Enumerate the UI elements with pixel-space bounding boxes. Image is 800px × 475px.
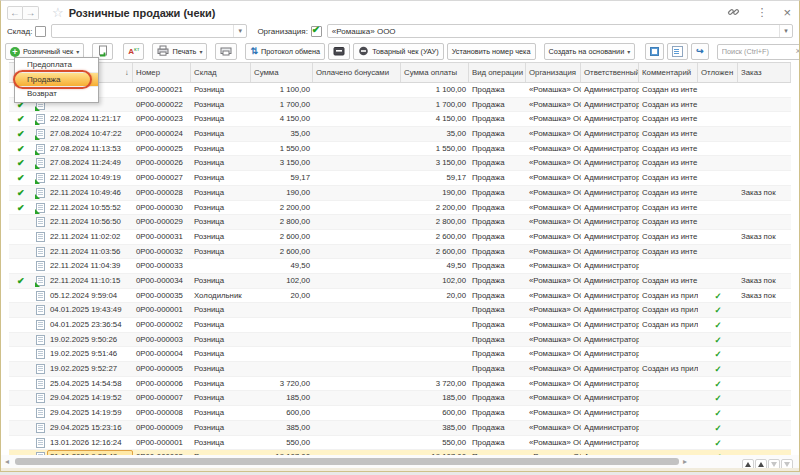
cell-bonus (313, 274, 401, 288)
column-header-def[interactable]: Отложен (698, 63, 738, 82)
scrollbar-thumb[interactable] (15, 458, 679, 465)
menu-item-sale[interactable]: Продажа (15, 73, 98, 88)
column-header-resp[interactable]: Ответственный (581, 63, 639, 82)
forward-document-button[interactable]: ↪ (691, 43, 709, 60)
org-checkbox[interactable]: ✔ (311, 26, 322, 37)
search-clear-icon[interactable]: × (796, 47, 800, 56)
cell-pay: 35,00 (401, 127, 469, 141)
column-header-sum[interactable]: Сумма (251, 63, 313, 82)
forward-button[interactable]: → (23, 6, 39, 20)
table-row[interactable]: 22.11.2024 11:02:020P00-000031Розница2 6… (9, 230, 791, 245)
cell-wh: Розница (191, 171, 251, 185)
cell-sum: 1 700,00 (251, 98, 313, 112)
table-row[interactable]: ✔27.08.2024 11:24:490P00-000026Розница3 … (9, 156, 791, 171)
column-header-order[interactable]: Заказ (738, 63, 791, 82)
menu-item-return[interactable]: Возврат (15, 87, 98, 102)
close-icon[interactable]: × (783, 7, 791, 18)
table-row[interactable]: 19.02.2025 9:50:260P00-000003РозницаПрод… (9, 333, 791, 348)
cell-wh: Розница (191, 436, 251, 450)
column-header-org[interactable]: Организация (526, 63, 581, 82)
document-icon (36, 408, 45, 418)
favorite-star-icon[interactable]: ☆ (52, 6, 64, 19)
table-row[interactable]: ✔22.08.2024 11:21:170P00-000023Розница4 … (9, 112, 791, 127)
table-row[interactable]: ✔27.08.2024 11:13:530P00-000025Розница1 … (9, 142, 791, 157)
column-header-comment[interactable]: Комментарий (639, 63, 698, 82)
warehouse-combo[interactable]: ▾ (51, 24, 247, 38)
cell-pay: 102,00 (401, 274, 469, 288)
related-documents-button[interactable] (645, 43, 664, 60)
kkt-receipt-button[interactable]: Акт (123, 43, 144, 60)
cell-order: Заказ пок (738, 230, 791, 244)
table-row[interactable]: 05.12.2024 9:59:040P00-000035Холодильник… (9, 289, 791, 304)
cell-op: Продажа (469, 142, 526, 156)
cell-def: ✓ (698, 333, 738, 347)
table-row[interactable]: ✔22.11.2024 10:49:190P00-000027Розница59… (9, 171, 791, 186)
table-row[interactable]: 04.01.2025 19:43:490P00-000001РозницаПро… (9, 303, 791, 318)
print-menu-button[interactable]: Печать ▾ (152, 43, 207, 60)
column-header-bonus[interactable]: Оплачено бонусами (313, 63, 401, 82)
cell-comment: Создан из прил… (639, 303, 698, 317)
menu-item-prepayment[interactable]: Предоплата (15, 58, 98, 73)
table-row[interactable]: 22.11.2024 11:03:560P00-000032Розница2 6… (9, 245, 791, 260)
table-row[interactable]: ✔22.11.2024 10:55:520P00-000030Розница2 … (9, 201, 791, 216)
chevron-down-icon[interactable]: ▾ (779, 25, 792, 37)
back-button[interactable]: ← (7, 6, 23, 20)
cell-num: 0P00-000002 (133, 318, 191, 332)
cell-op: Продажа (469, 83, 526, 97)
cell-def: ✓ (698, 406, 738, 420)
report-button[interactable] (667, 43, 688, 60)
cell-icon (30, 186, 47, 200)
cell-status (9, 421, 30, 435)
cell-order (738, 245, 791, 259)
quick-print-button[interactable] (215, 43, 237, 60)
table-row[interactable]: 29.04.2025 15:23:160P00-000009Розница385… (9, 421, 791, 436)
cell-pay: 2 800,00 (401, 215, 469, 229)
warehouse-checkbox[interactable] (35, 26, 46, 37)
column-header-num[interactable]: Номер (133, 63, 191, 82)
scroll-left-icon[interactable]: ◂ (1, 457, 13, 466)
column-header-wh[interactable]: Склад (191, 63, 251, 82)
goods-receipt-button[interactable]: Товарный чек (УАУ) (353, 43, 444, 60)
column-header-op[interactable]: Вид операции (469, 63, 526, 82)
table-row[interactable]: ✔22.11.2024 10:49:460P00-000028Розница19… (9, 186, 791, 201)
table-row[interactable]: ✔0P00-000021Розница1 100,001 100,00Прода… (9, 83, 791, 98)
table-row[interactable]: ✔27.08.2024 10:47:220P00-000024Розница35… (9, 127, 791, 142)
table-row[interactable]: 04.01.2025 23:36:540P00-000002РозницаПро… (9, 318, 791, 333)
table-row[interactable]: 29.04.2025 14:19:520P00-000007Розница185… (9, 391, 791, 406)
document-icon (36, 247, 45, 257)
table-row[interactable]: 19.02.2025 9:52:270P00-000005РозницаПрод… (9, 362, 791, 377)
cell-wh: Розница (191, 421, 251, 435)
scroll-right-icon[interactable]: ▸ (679, 457, 691, 466)
create-from-button[interactable]: Создать на основании ▾ (544, 43, 636, 60)
cell-comment: Создан из прил… (639, 289, 698, 303)
table-row[interactable]: 13.01.2026 12:16:240P00-000001Розница550… (9, 436, 791, 451)
cell-order (738, 156, 791, 170)
cell-org: «Ромашка» ООО (526, 421, 581, 435)
cell-bonus (313, 142, 401, 156)
posted-check-icon: ✔ (17, 276, 25, 286)
cell-resp: Администратор (581, 362, 639, 376)
cash-drawer-button[interactable] (328, 43, 350, 60)
org-combo[interactable]: «Ромашка» ООО ▾ (327, 24, 793, 38)
set-receipt-number-button[interactable]: Установить номер чека (447, 43, 536, 60)
table-row[interactable]: ✔22.11.2024 11:10:150P00-000034Розница10… (9, 274, 791, 289)
cell-date: 22.11.2024 11:04:39 (47, 259, 133, 273)
table-row[interactable]: 25.04.2025 14:54:580P00-000006Розница3 7… (9, 377, 791, 392)
cell-date: 19.02.2025 9:50:26 (47, 333, 133, 347)
table-row[interactable]: 19.02.2025 9:51:460P00-000004РозницаПрод… (9, 347, 791, 362)
cell-comment (639, 391, 698, 405)
exchange-protocol-button[interactable]: ⇅ Протокол обмена (245, 43, 325, 60)
table-row[interactable]: 22.11.2024 10:56:500P00-000029Розница2 8… (9, 215, 791, 230)
document-posted-icon (36, 173, 45, 183)
kebab-menu-icon[interactable]: ⋮ (756, 7, 767, 18)
column-header-pay[interactable]: Сумма оплаты (401, 63, 469, 82)
table-row[interactable]: 22.11.2024 11:04:390P00-00003349,5049,50… (9, 259, 791, 274)
chevron-down-icon[interactable]: ▾ (233, 25, 246, 37)
cell-num: 0P00-000033 (133, 259, 191, 273)
search-input[interactable] (718, 47, 800, 56)
cell-pay: 2 200,00 (401, 201, 469, 215)
cell-sum: 1 550,00 (251, 142, 313, 156)
table-row[interactable]: ✔0P00-000022Розница1 700,001 700,00Прода… (9, 98, 791, 113)
link-icon[interactable] (727, 6, 740, 20)
table-row[interactable]: 29.04.2025 14:19:590P00-000008Розница600… (9, 406, 791, 421)
